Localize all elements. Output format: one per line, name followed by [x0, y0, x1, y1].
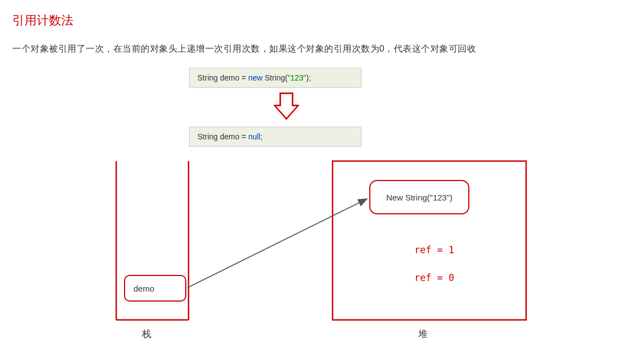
page-title: 引用计数法 — [12, 12, 73, 29]
ref-count-1: ref = 1 — [414, 244, 454, 255]
down-arrow-icon — [275, 93, 298, 119]
heap-object-box: New String("123") — [369, 180, 469, 214]
svg-marker-1 — [276, 106, 296, 119]
svg-line-7 — [187, 199, 367, 288]
reference-arrow — [187, 199, 367, 288]
code-snippet-2: String demo = null; — [189, 127, 361, 147]
code-snippet-1: String demo = new String("123"); — [189, 68, 361, 88]
code1-suffix: ); — [306, 73, 311, 82]
code1-string-literal: "123" — [288, 73, 306, 82]
heap-label: 堆 — [418, 328, 428, 340]
code2-null-keyword: null — [248, 132, 260, 141]
code1-prefix: String demo = — [197, 73, 248, 82]
svg-rect-2 — [280, 104, 293, 107]
stack-variable-box: demo — [124, 275, 186, 302]
code1-new-keyword: new — [248, 73, 262, 82]
code1-mid: String( — [262, 73, 288, 82]
stack-variable-name: demo — [133, 284, 155, 293]
heap-object-label: New String("123") — [386, 193, 452, 202]
ref-count-0: ref = 0 — [414, 272, 454, 283]
code2-suffix: ; — [260, 132, 262, 141]
code2-prefix: String demo = — [197, 132, 248, 141]
svg-rect-0 — [280, 93, 293, 106]
stack-label: 栈 — [142, 328, 151, 340]
description-text: 一个对象被引用了一次，在当前的对象头上递增一次引用次数，如果这个对象的引用次数为… — [12, 43, 476, 55]
